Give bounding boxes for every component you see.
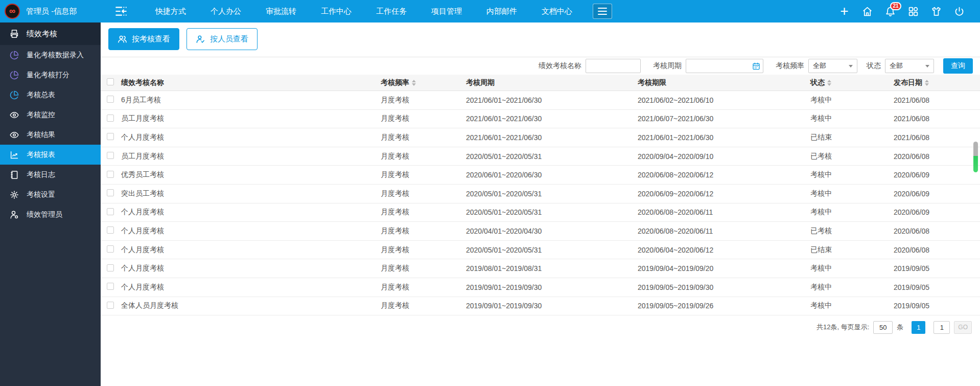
sidebar-item-performance-assessment[interactable]: 绩效考核 [0, 22, 101, 45]
sidebar-item-assessment-logs[interactable]: 考核日志 [0, 165, 101, 185]
row-checkbox[interactable] [107, 302, 114, 309]
sidebar-item-performance-admin[interactable]: 绩效管理员 [0, 205, 101, 224]
vertical-scrollbar-thumb[interactable] [973, 142, 978, 172]
gear-icon [10, 190, 19, 199]
nav-more-button[interactable] [593, 4, 612, 19]
row-checkbox[interactable] [107, 226, 114, 234]
cell-period: 2020/05/01~2020/05/31 [466, 190, 638, 198]
cell-assessment-name: 6月员工考核 [121, 96, 381, 105]
sidebar-item-assessment-summary[interactable]: 考核总表 [0, 85, 101, 105]
row-checkbox[interactable] [107, 208, 114, 215]
table-row[interactable]: 全体人员月度考核 月度考核 2019/09/01~2019/09/30 2019… [101, 297, 980, 316]
sidebar-item-label: 考核监控 [27, 110, 55, 120]
row-checkbox[interactable] [107, 96, 114, 103]
theme-shirt-icon[interactable] [931, 6, 942, 17]
row-checkbox[interactable] [107, 115, 114, 122]
user-admin-icon [10, 210, 19, 219]
search-button[interactable]: 查询 [943, 58, 973, 74]
pie-chart-icon [10, 90, 19, 100]
column-header-status: 状态 [810, 78, 894, 87]
table-row[interactable]: 个人月度考核 月度考核 2020/05/01~2020/05/31 2020/0… [101, 203, 980, 222]
cell-frequency: 月度考核 [381, 283, 466, 292]
main-content: 按考核查看 按人员查看 绩效考核名称 考核周期 考核频率 全部 状态 全部 [101, 22, 980, 386]
sidebar-item-quant-data-entry[interactable]: 量化考核数据录入 [0, 45, 101, 65]
people-icon [118, 34, 127, 44]
calendar-icon[interactable] [752, 62, 760, 70]
cell-assessment-name: 个人月度考核 [121, 264, 381, 273]
row-checkbox[interactable] [107, 189, 114, 196]
table-row[interactable]: 个人月度考核 月度考核 2020/04/01~2020/04/30 2020/0… [101, 222, 980, 241]
notification-badge: 21 [890, 2, 901, 10]
table-row[interactable]: 个人月度考核 月度考核 2021/06/01~2021/06/30 2021/0… [101, 128, 980, 147]
tab-label: 按考核查看 [132, 34, 170, 44]
column-header-publish-date: 发布日期 [894, 78, 974, 87]
cell-period: 2021/06/01~2021/06/30 [466, 133, 638, 142]
table-row[interactable]: 个人月度考核 月度考核 2019/09/01~2019/09/30 2019/0… [101, 278, 980, 297]
cell-status: 考核中 [810, 301, 894, 310]
bell-icon[interactable]: 21 [885, 6, 896, 17]
frequency-select-value: 全部 [813, 61, 826, 71]
page-size-input[interactable] [873, 321, 893, 334]
table-row[interactable]: 个人月度考核 月度考核 2019/08/01~2019/08/31 2019/0… [101, 259, 980, 278]
cell-publish-date: 2020/06/08 [894, 227, 974, 235]
row-checkbox[interactable] [107, 264, 114, 271]
table-row[interactable]: 员工月度考核 月度考核 2020/05/01~2020/05/31 2020/0… [101, 147, 980, 166]
plus-icon[interactable]: + [839, 6, 850, 17]
row-checkbox[interactable] [107, 245, 114, 253]
sort-icon[interactable] [827, 80, 831, 86]
pagination-unit: 条 [897, 323, 903, 332]
nav-item-document-center[interactable]: 文档中心 [529, 0, 585, 22]
sidebar-item-assessment-settings[interactable]: 考核设置 [0, 185, 101, 205]
sidebar-item-assessment-monitor[interactable]: 考核监控 [0, 105, 101, 125]
power-icon[interactable] [954, 6, 965, 17]
table-row[interactable]: 优秀员工考核 月度考核 2020/06/01~2020/06/30 2020/0… [101, 166, 980, 185]
row-checkbox[interactable] [107, 283, 114, 290]
table-row[interactable]: 突出员工考核 月度考核 2020/05/01~2020/05/31 2020/0… [101, 185, 980, 203]
page-1-button[interactable]: 1 [912, 321, 925, 334]
apps-grid-icon[interactable] [908, 6, 919, 17]
eye-icon [10, 130, 19, 140]
cell-assessment-name: 个人月度考核 [121, 133, 381, 142]
nav-item-shortcuts[interactable]: 快捷方式 [143, 0, 198, 22]
sort-icon[interactable] [412, 80, 416, 86]
frequency-select[interactable]: 全部 [808, 59, 857, 73]
cell-assessment-name: 个人月度考核 [121, 283, 381, 292]
sidebar-item-assessment-results[interactable]: 考核结果 [0, 125, 101, 145]
status-select[interactable]: 全部 [885, 59, 934, 73]
cell-assessment-name: 员工月度考核 [121, 152, 381, 161]
nav-item-work-tasks[interactable]: 工作任务 [364, 0, 419, 22]
table-header: 绩效考核名称 考核频率 考核周期 考核期限 状态 发布日期 [101, 75, 980, 91]
row-checkbox[interactable] [107, 133, 114, 140]
cell-term: 2019/09/04~2019/09/20 [638, 264, 810, 273]
row-checkbox[interactable] [107, 152, 114, 159]
nav-item-approval-flow[interactable]: 审批流转 [253, 0, 309, 22]
filter-bar: 绩效考核名称 考核周期 考核频率 全部 状态 全部 查询 [101, 57, 980, 75]
cell-status: 考核中 [810, 114, 894, 123]
select-all-checkbox[interactable] [107, 78, 114, 85]
sort-icon[interactable] [925, 80, 929, 86]
nav-item-personal-office[interactable]: 个人办公 [198, 0, 253, 22]
nav-item-internal-mail[interactable]: 内部邮件 [474, 0, 529, 22]
tab-view-by-assessment[interactable]: 按考核查看 [108, 28, 179, 50]
row-checkbox[interactable] [107, 171, 114, 178]
go-button[interactable]: GO [954, 321, 972, 334]
sidebar-item-label: 量化考核数据录入 [27, 51, 84, 60]
goto-page-input[interactable] [934, 321, 950, 334]
cell-period: 2019/08/01~2019/08/31 [466, 264, 638, 273]
tab-view-by-person[interactable]: 按人员查看 [186, 28, 258, 50]
nav-item-work-center[interactable]: 工作中心 [309, 0, 364, 22]
table-row[interactable]: 6月员工考核 月度考核 2021/06/01~2021/06/30 2021/0… [101, 91, 980, 110]
cell-status: 考核中 [810, 283, 894, 292]
sidebar-item-quant-scoring[interactable]: 量化考核打分 [0, 65, 101, 85]
pie-chart-icon [10, 71, 19, 80]
view-tabs: 按考核查看 按人员查看 [101, 22, 980, 57]
table-row[interactable]: 员工月度考核 月度考核 2021/06/01~2021/06/30 2021/0… [101, 110, 980, 129]
sidebar-item-assessment-reports[interactable]: 考核报表 [0, 145, 101, 165]
table-row[interactable]: 个人月度考核 月度考核 2020/05/01~2020/05/31 2020/0… [101, 241, 980, 260]
assessment-name-input[interactable] [586, 59, 641, 73]
nav-item-project-mgmt[interactable]: 项目管理 [419, 0, 474, 22]
menu-collapse-icon[interactable] [114, 5, 128, 18]
sidebar-item-label: 量化考核打分 [27, 71, 69, 80]
home-icon[interactable] [862, 6, 873, 17]
cell-frequency: 月度考核 [381, 96, 466, 105]
